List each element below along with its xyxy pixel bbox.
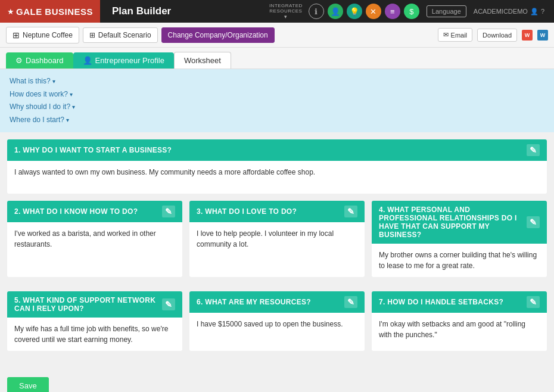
question-body-2: I've worked as a barista, and worked in … xyxy=(7,222,182,256)
arrow-icon-4: ▾ xyxy=(66,117,69,123)
questions-row-2: 5. WHAT KIND OF SUPPORT NETWORK CAN I RE… xyxy=(7,291,547,358)
save-button[interactable]: Save xyxy=(7,377,49,392)
grid-icon: ⊞ xyxy=(13,30,20,40)
dashboard-icon: ⚙ xyxy=(15,56,23,65)
edit-icon-2[interactable]: ✎ xyxy=(162,206,175,217)
scenario-icon: ⊞ xyxy=(89,31,95,39)
entrepreneur-icon: 👤 xyxy=(83,56,92,65)
edit-icon-5[interactable]: ✎ xyxy=(162,298,175,310)
dollar-icon[interactable]: $ xyxy=(404,4,419,19)
list-icon[interactable]: ≡ xyxy=(385,4,400,19)
tab-worksheet[interactable]: Worksheet xyxy=(174,52,231,69)
questions-row-1: 2. WHAT DO I KNOW HOW TO DO? ✎ I've work… xyxy=(7,201,547,284)
question-header-4: 4. WHAT PERSONAL AND PROFESSIONAL RELATI… xyxy=(372,201,547,244)
question-card-1: 1. WHY DO I WANT TO START A BUSINESS? ✎ … xyxy=(7,139,547,194)
page-title: Plan Builder xyxy=(100,5,264,17)
question-card-2: 2. WHAT DO I KNOW HOW TO DO? ✎ I've work… xyxy=(7,201,182,277)
question-header-7: 7. HOW DO I HANDLE SETBACKS? ✎ xyxy=(372,291,547,313)
email-button[interactable]: ✉ Email xyxy=(438,28,473,42)
question-header-6: 6. WHAT ARE MY RESOURCES? ✎ xyxy=(189,291,365,313)
logo-section: ★ GALE BUSINESS xyxy=(0,0,100,23)
crosshair-icon[interactable]: ✕ xyxy=(366,4,381,19)
question-body-7: I'm okay with setbacks and am good at "r… xyxy=(372,313,547,346)
info-box: What is this? ▾ How does it work? ▾ Why … xyxy=(0,69,554,132)
user-section: ACADEMICDEMO 👤 ? xyxy=(474,8,549,15)
question-title-1: 1. WHY DO I WANT TO START A BUSINESS? xyxy=(14,146,172,154)
nav-bar: ⊞ Neptune Coffee ⊞ Default Scenario Chan… xyxy=(0,23,554,48)
scenario-name: Default Scenario xyxy=(98,31,151,39)
question-card-3: 3. WHAT DO I LOVE TO DO? ✎ I love to hel… xyxy=(189,201,365,277)
question-card-6: 6. WHAT ARE MY RESOURCES? ✎ I have $1500… xyxy=(189,291,365,351)
company-name: Neptune Coffee xyxy=(23,31,73,39)
question-title-7: 7. HOW DO I HANDLE SETBACKS? xyxy=(379,298,503,306)
lightbulb-icon[interactable]: 💡 xyxy=(347,4,362,19)
help-icon[interactable]: ? xyxy=(541,8,544,15)
info-link-why[interactable]: Why should I do it? ▾ xyxy=(10,101,544,114)
logo-star-icon: ★ xyxy=(7,7,14,16)
edit-icon-1[interactable]: ✎ xyxy=(527,144,540,156)
word-icon: W xyxy=(537,30,548,41)
question-title-4: 4. WHAT PERSONAL AND PROFESSIONAL RELATI… xyxy=(379,206,527,239)
question-title-3: 3. WHAT DO I LOVE TO DO? xyxy=(197,207,297,216)
edit-icon-4[interactable]: ✎ xyxy=(527,216,540,228)
edit-icon-3[interactable]: ✎ xyxy=(344,206,357,217)
edit-icon-6[interactable]: ✎ xyxy=(344,296,357,308)
question-body-6: I have $15000 saved up to open the busin… xyxy=(189,313,365,346)
scenario-button[interactable]: ⊞ Default Scenario xyxy=(83,27,158,43)
question-body-1: I always wanted to own my own business. … xyxy=(7,161,547,194)
question-card-4: 4. WHAT PERSONAL AND PROFESSIONAL RELATI… xyxy=(372,201,547,277)
pdf-icon: W xyxy=(522,30,533,41)
change-company-button[interactable]: Change Company/Organization xyxy=(161,27,275,43)
question-body-4: My brother owns a corner building that h… xyxy=(372,244,547,277)
download-button[interactable]: Download xyxy=(477,29,517,42)
question-title-2: 2. WHAT DO I KNOW HOW TO DO? xyxy=(14,207,138,216)
question-header-2: 2. WHAT DO I KNOW HOW TO DO? ✎ xyxy=(7,201,182,222)
header: ★ GALE BUSINESS Plan Builder INTEGRATED … xyxy=(0,0,554,23)
question-header-3: 3. WHAT DO I LOVE TO DO? ✎ xyxy=(189,201,365,222)
question-body-3: I love to help people. I volunteer in my… xyxy=(189,222,365,256)
user-icon: 👤 xyxy=(530,8,539,15)
question-card-5: 5. WHAT KIND OF SUPPORT NETWORK CAN I RE… xyxy=(7,291,182,351)
language-button[interactable]: Language xyxy=(427,5,466,17)
username: ACADEMICDEMO xyxy=(474,8,528,15)
main-content: 1. WHY DO I WANT TO START A BUSINESS? ✎ … xyxy=(0,132,554,372)
edit-icon-7[interactable]: ✎ xyxy=(527,296,540,308)
save-area: Save xyxy=(0,372,554,392)
info-link-how[interactable]: How does it work? ▾ xyxy=(10,88,544,101)
logo-text: GALE BUSINESS xyxy=(16,7,93,17)
email-icon: ✉ xyxy=(443,31,449,39)
question-title-6: 6. WHAT ARE MY RESOURCES? xyxy=(197,298,311,306)
tabs-bar: ⚙ Dashboard 👤 Entrepreneur Profile Works… xyxy=(0,48,554,69)
info-link-where[interactable]: Where do I start? ▾ xyxy=(10,114,544,127)
question-header-5: 5. WHAT KIND OF SUPPORT NETWORK CAN I RE… xyxy=(7,291,182,318)
arrow-icon-2: ▾ xyxy=(70,91,73,98)
company-button[interactable]: ⊞ Neptune Coffee xyxy=(6,27,79,43)
tab-entrepreneur[interactable]: 👤 Entrepreneur Profile xyxy=(73,52,174,69)
tab-dashboard[interactable]: ⚙ Dashboard xyxy=(6,52,73,69)
person-icon[interactable]: 👤 xyxy=(328,4,343,19)
question-header-1: 1. WHY DO I WANT TO START A BUSINESS? ✎ xyxy=(7,139,547,161)
integrated-resources-label: INTEGRATED RESOURCES ▾ xyxy=(269,3,303,20)
question-body-5: My wife has a full time job with benefit… xyxy=(7,318,182,351)
nav-left: ⊞ Neptune Coffee ⊞ Default Scenario Chan… xyxy=(6,27,275,43)
header-icons: INTEGRATED RESOURCES ▾ ℹ 👤 💡 ✕ ≡ $ Langu… xyxy=(264,3,554,20)
info-link-what[interactable]: What is this? ▾ xyxy=(10,75,544,88)
question-title-5: 5. WHAT KIND OF SUPPORT NETWORK CAN I RE… xyxy=(14,296,162,313)
info-icon[interactable]: ℹ xyxy=(309,4,324,19)
question-card-7: 7. HOW DO I HANDLE SETBACKS? ✎ I'm okay … xyxy=(372,291,547,351)
nav-right: ✉ Email Download W W xyxy=(438,28,548,42)
arrow-icon: ▾ xyxy=(52,78,55,85)
arrow-icon-3: ▾ xyxy=(72,104,75,110)
